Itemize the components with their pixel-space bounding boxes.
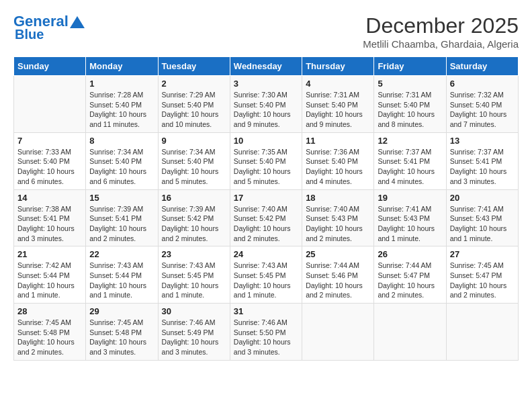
day-number: 18 xyxy=(306,193,370,203)
location: Metlili Chaamba, Ghardaia, Algeria xyxy=(363,38,519,50)
calendar-cell: 22Sunrise: 7:43 AM Sunset: 5:44 PM Dayli… xyxy=(86,246,158,304)
day-number: 15 xyxy=(89,193,154,203)
weekday-header-wednesday: Wednesday xyxy=(230,57,302,76)
day-info: Sunrise: 7:43 AM Sunset: 5:44 PM Dayligh… xyxy=(89,261,154,300)
day-number: 8 xyxy=(89,136,154,146)
day-info: Sunrise: 7:43 AM Sunset: 5:45 PM Dayligh… xyxy=(234,261,298,300)
day-info: Sunrise: 7:40 AM Sunset: 5:43 PM Dayligh… xyxy=(306,204,370,244)
calendar-cell: 4Sunrise: 7:31 AM Sunset: 5:40 PM Daylig… xyxy=(302,76,374,133)
calendar-cell: 21Sunrise: 7:42 AM Sunset: 5:44 PM Dayli… xyxy=(14,246,86,304)
day-info: Sunrise: 7:44 AM Sunset: 5:46 PM Dayligh… xyxy=(306,261,370,300)
day-number: 2 xyxy=(162,79,226,89)
day-number: 20 xyxy=(450,193,515,203)
day-number: 24 xyxy=(234,249,298,259)
calendar-cell: 8Sunrise: 7:34 AM Sunset: 5:40 PM Daylig… xyxy=(86,132,158,189)
weekday-header-thursday: Thursday xyxy=(302,57,374,76)
day-info: Sunrise: 7:43 AM Sunset: 5:45 PM Dayligh… xyxy=(162,261,226,300)
day-info: Sunrise: 7:36 AM Sunset: 5:40 PM Dayligh… xyxy=(306,147,370,187)
calendar-cell: 16Sunrise: 7:39 AM Sunset: 5:42 PM Dayli… xyxy=(158,189,230,246)
day-number: 23 xyxy=(162,249,226,259)
day-number: 1 xyxy=(89,79,154,89)
day-info: Sunrise: 7:34 AM Sunset: 5:40 PM Dayligh… xyxy=(162,147,226,187)
weekday-header-tuesday: Tuesday xyxy=(158,57,230,76)
day-number: 16 xyxy=(162,193,226,203)
day-number: 11 xyxy=(306,136,370,146)
day-info: Sunrise: 7:46 AM Sunset: 5:49 PM Dayligh… xyxy=(162,318,226,357)
calendar-cell: 17Sunrise: 7:40 AM Sunset: 5:42 PM Dayli… xyxy=(230,189,302,246)
day-info: Sunrise: 7:46 AM Sunset: 5:50 PM Dayligh… xyxy=(234,318,298,357)
calendar-cell: 31Sunrise: 7:46 AM Sunset: 5:50 PM Dayli… xyxy=(230,304,302,361)
day-number: 6 xyxy=(450,79,515,89)
day-number: 19 xyxy=(378,193,442,203)
calendar-cell: 9Sunrise: 7:34 AM Sunset: 5:40 PM Daylig… xyxy=(158,132,230,189)
day-number: 7 xyxy=(17,136,82,146)
calendar-week-5: 28Sunrise: 7:45 AM Sunset: 5:48 PM Dayli… xyxy=(14,304,519,361)
day-info: Sunrise: 7:35 AM Sunset: 5:40 PM Dayligh… xyxy=(234,147,298,187)
calendar-cell xyxy=(302,304,374,361)
logo: General Blue xyxy=(13,13,85,42)
day-info: Sunrise: 7:41 AM Sunset: 5:43 PM Dayligh… xyxy=(378,204,442,244)
calendar-cell: 20Sunrise: 7:41 AM Sunset: 5:43 PM Dayli… xyxy=(446,189,518,246)
calendar-cell: 30Sunrise: 7:46 AM Sunset: 5:49 PM Dayli… xyxy=(158,304,230,361)
calendar-cell: 15Sunrise: 7:39 AM Sunset: 5:41 PM Dayli… xyxy=(86,189,158,246)
day-info: Sunrise: 7:45 AM Sunset: 5:48 PM Dayligh… xyxy=(89,318,154,357)
day-number: 9 xyxy=(162,136,226,146)
month-title: December 2025 xyxy=(363,13,519,38)
day-number: 26 xyxy=(378,249,442,259)
day-info: Sunrise: 7:28 AM Sunset: 5:40 PM Dayligh… xyxy=(89,90,154,130)
page-header: General Blue December 2025 Metlili Chaam… xyxy=(13,13,519,50)
day-number: 17 xyxy=(234,193,298,203)
day-info: Sunrise: 7:39 AM Sunset: 5:41 PM Dayligh… xyxy=(89,204,154,244)
day-info: Sunrise: 7:33 AM Sunset: 5:40 PM Dayligh… xyxy=(17,147,82,187)
calendar-cell xyxy=(374,304,446,361)
day-info: Sunrise: 7:37 AM Sunset: 5:41 PM Dayligh… xyxy=(378,147,442,187)
day-number: 14 xyxy=(17,193,82,203)
day-info: Sunrise: 7:32 AM Sunset: 5:40 PM Dayligh… xyxy=(450,90,515,130)
day-info: Sunrise: 7:45 AM Sunset: 5:48 PM Dayligh… xyxy=(17,318,82,357)
calendar-table: SundayMondayTuesdayWednesdayThursdayFrid… xyxy=(13,56,519,361)
day-info: Sunrise: 7:30 AM Sunset: 5:40 PM Dayligh… xyxy=(234,90,298,130)
calendar-cell: 3Sunrise: 7:30 AM Sunset: 5:40 PM Daylig… xyxy=(230,76,302,133)
day-info: Sunrise: 7:29 AM Sunset: 5:40 PM Dayligh… xyxy=(162,90,226,130)
calendar-cell: 28Sunrise: 7:45 AM Sunset: 5:48 PM Dayli… xyxy=(14,304,86,361)
calendar-cell: 25Sunrise: 7:44 AM Sunset: 5:46 PM Dayli… xyxy=(302,246,374,304)
day-info: Sunrise: 7:38 AM Sunset: 5:41 PM Dayligh… xyxy=(17,204,82,244)
day-info: Sunrise: 7:40 AM Sunset: 5:42 PM Dayligh… xyxy=(234,204,298,244)
calendar-week-1: 1Sunrise: 7:28 AM Sunset: 5:40 PM Daylig… xyxy=(14,76,519,133)
calendar-cell: 29Sunrise: 7:45 AM Sunset: 5:48 PM Dayli… xyxy=(86,304,158,361)
day-info: Sunrise: 7:42 AM Sunset: 5:44 PM Dayligh… xyxy=(17,261,82,300)
day-info: Sunrise: 7:31 AM Sunset: 5:40 PM Dayligh… xyxy=(306,90,370,130)
calendar-cell: 5Sunrise: 7:31 AM Sunset: 5:40 PM Daylig… xyxy=(374,76,446,133)
calendar-cell: 26Sunrise: 7:44 AM Sunset: 5:47 PM Dayli… xyxy=(374,246,446,304)
weekday-header-friday: Friday xyxy=(374,57,446,76)
day-number: 27 xyxy=(450,249,515,259)
calendar-body: 1Sunrise: 7:28 AM Sunset: 5:40 PM Daylig… xyxy=(14,76,519,361)
logo-blue-text: Blue xyxy=(15,27,44,42)
calendar-cell: 12Sunrise: 7:37 AM Sunset: 5:41 PM Dayli… xyxy=(374,132,446,189)
calendar-cell: 10Sunrise: 7:35 AM Sunset: 5:40 PM Dayli… xyxy=(230,132,302,189)
calendar-cell: 23Sunrise: 7:43 AM Sunset: 5:45 PM Dayli… xyxy=(158,246,230,304)
day-number: 5 xyxy=(378,79,442,89)
calendar-cell: 11Sunrise: 7:36 AM Sunset: 5:40 PM Dayli… xyxy=(302,132,374,189)
weekday-header-monday: Monday xyxy=(86,57,158,76)
calendar-header: SundayMondayTuesdayWednesdayThursdayFrid… xyxy=(14,57,519,76)
calendar-cell xyxy=(446,304,518,361)
day-number: 28 xyxy=(17,306,82,316)
svg-marker-0 xyxy=(70,16,85,28)
calendar-cell: 24Sunrise: 7:43 AM Sunset: 5:45 PM Dayli… xyxy=(230,246,302,304)
day-number: 10 xyxy=(234,136,298,146)
calendar-cell: 18Sunrise: 7:40 AM Sunset: 5:43 PM Dayli… xyxy=(302,189,374,246)
day-number: 21 xyxy=(17,249,82,259)
logo-icon xyxy=(70,16,85,28)
day-info: Sunrise: 7:37 AM Sunset: 5:41 PM Dayligh… xyxy=(450,147,515,187)
day-number: 3 xyxy=(234,79,298,89)
calendar-cell: 14Sunrise: 7:38 AM Sunset: 5:41 PM Dayli… xyxy=(14,189,86,246)
calendar-week-2: 7Sunrise: 7:33 AM Sunset: 5:40 PM Daylig… xyxy=(14,132,519,189)
calendar-cell: 13Sunrise: 7:37 AM Sunset: 5:41 PM Dayli… xyxy=(446,132,518,189)
day-info: Sunrise: 7:34 AM Sunset: 5:40 PM Dayligh… xyxy=(89,147,154,187)
day-number: 25 xyxy=(306,249,370,259)
title-block: December 2025 Metlili Chaamba, Ghardaia,… xyxy=(363,13,519,50)
day-info: Sunrise: 7:41 AM Sunset: 5:43 PM Dayligh… xyxy=(450,204,515,244)
day-number: 31 xyxy=(234,306,298,316)
calendar-cell: 7Sunrise: 7:33 AM Sunset: 5:40 PM Daylig… xyxy=(14,132,86,189)
